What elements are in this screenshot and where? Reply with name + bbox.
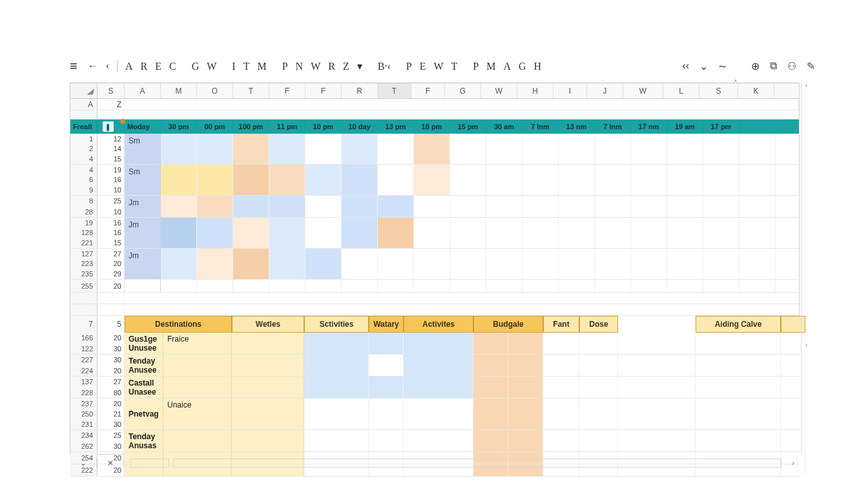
schedule-row-label[interactable]: Jm bbox=[125, 196, 161, 217]
row-header[interactable]: A bbox=[70, 99, 98, 110]
sheet-tab-back-icon[interactable]: ⌄ bbox=[70, 459, 97, 468]
caret-down-icon[interactable]: ⌄ bbox=[697, 59, 710, 74]
schedule-row-label[interactable]: Jm bbox=[125, 218, 161, 248]
schedule-cell[interactable] bbox=[595, 218, 631, 248]
column-header[interactable]: L bbox=[663, 83, 699, 98]
cell[interactable] bbox=[473, 333, 508, 354]
schedule-cell[interactable] bbox=[269, 165, 305, 195]
column-header[interactable]: S bbox=[98, 83, 125, 98]
cell[interactable] bbox=[232, 398, 304, 429]
schedule-cell[interactable] bbox=[378, 218, 414, 248]
schedule-cell[interactable] bbox=[450, 196, 486, 217]
column-header[interactable]: T bbox=[378, 83, 411, 98]
schedule-cell[interactable] bbox=[342, 218, 378, 248]
schedule-cell[interactable] bbox=[667, 165, 703, 195]
cell[interactable] bbox=[404, 377, 473, 398]
toolbar-cmd[interactable]: P bbox=[469, 61, 482, 72]
schedule-cell[interactable] bbox=[559, 134, 595, 164]
col-budgale[interactable]: Budgale bbox=[473, 316, 543, 333]
row-header[interactable]: 7 bbox=[70, 316, 98, 333]
schedule-cell[interactable] bbox=[342, 165, 378, 195]
toolbar-cmd[interactable]: I bbox=[228, 61, 239, 72]
schedule-cell[interactable] bbox=[631, 134, 667, 164]
cell[interactable] bbox=[618, 377, 696, 398]
schedule-cell[interactable] bbox=[559, 249, 595, 279]
schedule-cell[interactable] bbox=[161, 165, 197, 195]
schedule-cell[interactable] bbox=[667, 134, 703, 164]
cell[interactable] bbox=[404, 398, 473, 429]
schedule-cell[interactable] bbox=[631, 280, 667, 292]
destination-name[interactable]: Pnetvag bbox=[125, 398, 163, 429]
schedule-cell[interactable] bbox=[739, 196, 776, 217]
column-header[interactable]: R bbox=[342, 83, 378, 98]
cell[interactable] bbox=[543, 333, 579, 354]
schedule-cell[interactable] bbox=[161, 249, 197, 279]
schedule-cell[interactable] bbox=[450, 280, 486, 292]
schedule-cell[interactable] bbox=[522, 218, 559, 248]
cell[interactable] bbox=[579, 377, 618, 398]
schedule-cell[interactable] bbox=[486, 134, 522, 164]
cell[interactable] bbox=[304, 377, 369, 398]
cell[interactable] bbox=[369, 333, 404, 354]
schedule-cell[interactable] bbox=[595, 249, 631, 279]
destination-col2[interactable]: Fraice bbox=[163, 333, 232, 354]
destination-name[interactable]: TendayAnusee bbox=[125, 355, 163, 376]
schedule-cell[interactable] bbox=[739, 134, 776, 164]
cell[interactable]: 5 bbox=[98, 316, 125, 333]
schedule-cell[interactable] bbox=[414, 218, 450, 248]
cell[interactable] bbox=[543, 377, 579, 398]
formula-bar-input[interactable] bbox=[173, 459, 781, 468]
close-tab-icon[interactable]: ✕ bbox=[97, 459, 124, 468]
destination-col2[interactable]: Unaice bbox=[163, 398, 232, 429]
cell[interactable] bbox=[618, 333, 696, 354]
schedule-cell[interactable] bbox=[197, 134, 233, 164]
cell[interactable] bbox=[304, 430, 369, 451]
toolbar-cmd[interactable]: T bbox=[240, 61, 254, 72]
cell[interactable]: Z bbox=[98, 99, 125, 110]
cell[interactable] bbox=[508, 355, 543, 376]
toolbar-cmd[interactable]: E bbox=[151, 61, 165, 72]
schedule-cell[interactable] bbox=[305, 280, 342, 292]
cell[interactable] bbox=[696, 333, 781, 354]
cell[interactable] bbox=[696, 398, 781, 429]
schedule-cell[interactable] bbox=[739, 280, 776, 292]
schedule-cell[interactable] bbox=[233, 280, 269, 292]
schedule-cell[interactable] bbox=[161, 134, 197, 164]
schedule-cell[interactable] bbox=[667, 218, 703, 248]
schedule-cell[interactable] bbox=[522, 134, 559, 164]
share-icon[interactable]: ✎ bbox=[804, 59, 818, 74]
column-header[interactable]: A bbox=[125, 83, 161, 98]
cell[interactable] bbox=[696, 377, 781, 398]
cell[interactable] bbox=[618, 355, 696, 376]
column-header[interactable]: J bbox=[587, 83, 623, 98]
cell[interactable] bbox=[543, 398, 579, 429]
dropdown-caret-icon[interactable]: ▾ bbox=[353, 61, 366, 72]
schedule-cell[interactable] bbox=[342, 196, 378, 217]
column-header[interactable]: O bbox=[197, 83, 233, 98]
col-dose[interactable]: Dose bbox=[579, 316, 618, 333]
schedule-cell[interactable] bbox=[305, 134, 342, 164]
schedule-cell[interactable] bbox=[703, 218, 739, 248]
toolbar-cmd[interactable]: M bbox=[253, 61, 270, 72]
column-header[interactable]: F bbox=[411, 83, 445, 98]
column-header[interactable]: K bbox=[738, 83, 774, 98]
cell[interactable] bbox=[404, 430, 473, 451]
toolbar-cmd[interactable]: Z bbox=[339, 61, 353, 72]
cell[interactable] bbox=[404, 333, 473, 354]
spreadsheet-grid[interactable]: ◢ SAMOTFFRTFGWHIJWLSK A Z Frealt ❚ Moday… bbox=[70, 83, 800, 455]
schedule-cell[interactable] bbox=[559, 280, 595, 292]
scroll-down-icon[interactable]: ˅ bbox=[801, 344, 811, 353]
toolbar-cmd[interactable]: P bbox=[402, 61, 416, 72]
cell[interactable] bbox=[508, 377, 543, 398]
schedule-cell[interactable] bbox=[703, 196, 739, 217]
cell[interactable] bbox=[304, 333, 369, 354]
schedule-cell[interactable] bbox=[233, 196, 269, 217]
schedule-cell[interactable] bbox=[667, 196, 703, 217]
cell[interactable] bbox=[696, 430, 781, 451]
schedule-cell[interactable] bbox=[703, 280, 739, 292]
schedule-cell[interactable] bbox=[450, 134, 486, 164]
schedule-cell[interactable] bbox=[486, 249, 522, 279]
toolbar-cmd[interactable]: P bbox=[278, 61, 292, 72]
schedule-cell[interactable] bbox=[414, 134, 450, 164]
scroll-right-icon[interactable]: › bbox=[787, 459, 800, 468]
